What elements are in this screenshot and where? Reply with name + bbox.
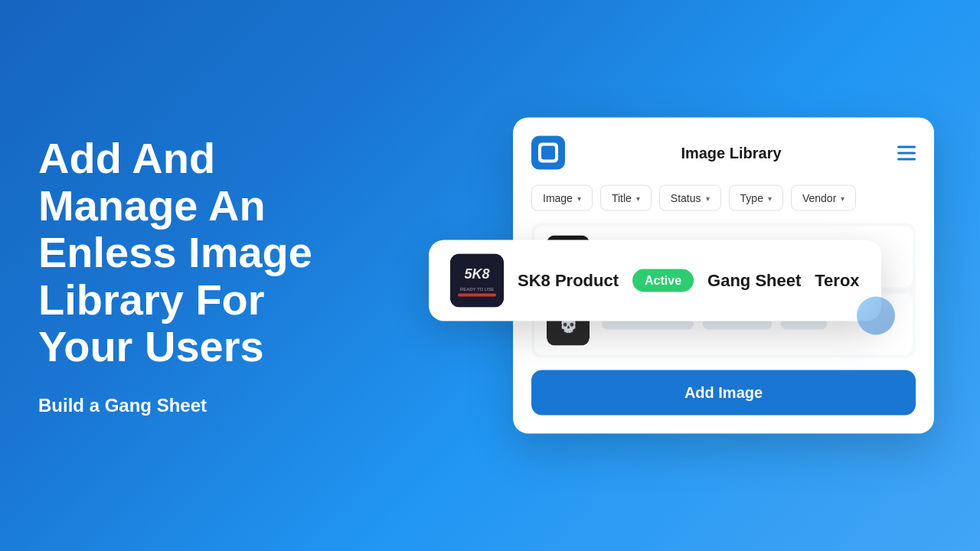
sk8-product-image: 5K8 READY TO USE xyxy=(450,254,504,308)
card-header: Image Library xyxy=(531,136,916,170)
filter-image-chevron: ▾ xyxy=(577,194,581,202)
filter-vendor-label: Vendor xyxy=(802,192,836,204)
floating-detail-card: 5K8 READY TO USE SK8 Product Active Gang… xyxy=(429,240,881,321)
floating-card-image: 5K8 READY TO USE xyxy=(450,254,504,308)
product-name: SK8 Product xyxy=(518,271,619,291)
card-title: Image Library xyxy=(681,144,781,161)
main-card: Image Library Image ▾ Title ▾ Status ▾ xyxy=(513,118,934,434)
svg-text:READY TO USE: READY TO USE xyxy=(460,287,494,292)
right-panel: Image Library Image ▾ Title ▾ Status ▾ xyxy=(513,118,934,434)
filter-title[interactable]: Title ▾ xyxy=(600,185,652,211)
svg-rect-3 xyxy=(458,294,496,297)
filter-type-label: Type xyxy=(740,192,763,204)
filter-type-chevron: ▾ xyxy=(768,194,772,202)
filter-vendor[interactable]: Vendor ▾ xyxy=(791,185,856,211)
filter-status-chevron: ▾ xyxy=(706,194,710,202)
hamburger-line-2 xyxy=(897,152,916,154)
filter-status[interactable]: Status ▾ xyxy=(659,185,721,211)
filter-title-label: Title xyxy=(612,192,632,204)
status-badge: Active xyxy=(632,269,694,292)
filter-status-label: Status xyxy=(671,192,701,204)
filter-row: Image ▾ Title ▾ Status ▾ Type ▾ Vendor ▾ xyxy=(531,185,916,211)
add-image-button[interactable]: Add Image xyxy=(531,370,916,416)
logo-icon xyxy=(538,143,558,163)
hamburger-menu[interactable] xyxy=(897,145,916,160)
hero-title: Add And Manage An Enless Image Library F… xyxy=(38,135,368,370)
type-label: Gang Sheet xyxy=(707,271,801,291)
left-panel: Add And Manage An Enless Image Library F… xyxy=(38,135,368,416)
hamburger-line-3 xyxy=(897,158,916,160)
hero-subtitle: Build a Gang Sheet xyxy=(38,395,368,416)
filter-image-label: Image xyxy=(543,192,573,204)
sk8-svg: 5K8 READY TO USE xyxy=(450,254,504,308)
svg-text:5K8: 5K8 xyxy=(464,266,489,282)
app-logo xyxy=(531,136,565,170)
vendor-label: Terox xyxy=(815,271,859,291)
hamburger-line-1 xyxy=(897,145,916,148)
filter-type[interactable]: Type ▾ xyxy=(729,185,783,211)
filter-title-chevron: ▾ xyxy=(636,194,640,202)
filter-image[interactable]: Image ▾ xyxy=(531,185,593,211)
filter-vendor-chevron: ▾ xyxy=(841,194,844,202)
